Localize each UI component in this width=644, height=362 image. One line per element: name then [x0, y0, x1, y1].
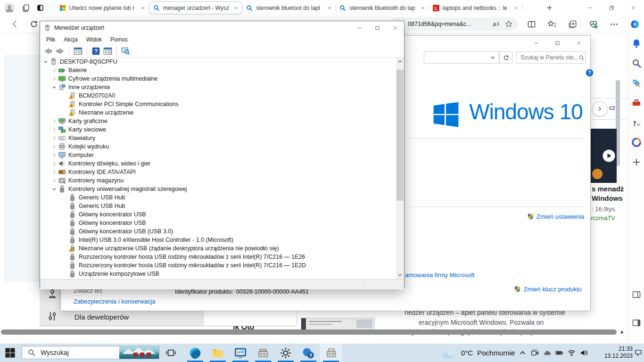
device-tree-row[interactable]: Kontroler PCI Simple Communications: [40, 100, 404, 108]
browser-restore-button[interactable]: [601, 0, 622, 16]
device-tree-row[interactable]: Kolejki wydruku: [40, 142, 404, 151]
tree-expander-icon[interactable]: [61, 100, 68, 108]
play-button-icon[interactable]: [603, 149, 615, 162]
change-product-key-link[interactable]: Zmień klucz produktu: [514, 286, 582, 293]
properties-icon[interactable]: [103, 47, 112, 56]
copilot-icon[interactable]: [630, 20, 639, 29]
scan-hardware-changes-icon[interactable]: [121, 47, 130, 56]
weather-widget[interactable]: 0°C Pochmurnie: [442, 345, 515, 361]
video-title-line2[interactable]: Windows: [592, 194, 623, 202]
sidebar-search-icon[interactable]: [632, 58, 641, 68]
device-tree-row[interactable]: Kontrolery uniwersalnej magistrali szere…: [40, 185, 404, 193]
read-aloud-icon[interactable]: A: [492, 20, 499, 28]
system-close-button[interactable]: [568, 37, 589, 49]
system-maximize-button[interactable]: [547, 37, 568, 49]
device-manager-titlebar[interactable]: Menedżer urządzeń: [40, 21, 404, 34]
system-minimize-button[interactable]: [526, 37, 547, 49]
new-tab-button[interactable]: [546, 4, 553, 11]
device-tree-row[interactable]: Generic USB Hub: [40, 193, 404, 202]
tools-toolbox-icon[interactable]: [632, 98, 641, 107]
tree-expander-icon[interactable]: [50, 117, 58, 125]
menu-view[interactable]: Widok: [82, 36, 106, 43]
taskbar-clock[interactable]: 21:33 13.12.2023: [592, 346, 633, 360]
sidebar-layout-icon[interactable]: [632, 318, 641, 328]
device-tree-row[interactable]: Kontrolery magazynu: [40, 176, 404, 185]
device-tree-row[interactable]: Generic USB Hub: [40, 202, 404, 210]
tree-expander-icon[interactable]: [61, 109, 68, 116]
tree-expander-icon[interactable]: [50, 160, 58, 167]
video-title-line1[interactable]: s menadż: [592, 185, 624, 193]
device-tree-row[interactable]: Rozszerzony kontroler hosta USB rodziny …: [40, 253, 404, 261]
menu-action[interactable]: Akcja: [59, 36, 82, 43]
tree-expander-icon[interactable]: [61, 270, 68, 278]
workspaces-icon[interactable]: [22, 4, 30, 12]
device-tree-row[interactable]: DESKTOP-8QSCPFU: [40, 58, 404, 66]
taskbar-app-get-help[interactable]: ?: [297, 344, 320, 362]
tree-expander-icon[interactable]: [50, 75, 58, 82]
tree-scrollbar[interactable]: [396, 58, 404, 279]
battery-icon[interactable]: [555, 349, 563, 357]
tree-expander-icon[interactable]: [61, 236, 68, 244]
taskbar-app-device[interactable]: [252, 344, 274, 362]
device-tree-row[interactable]: Kontrolery IDE ATA/ATAPI: [40, 168, 404, 176]
scroll-up-arrow-icon[interactable]: [396, 58, 404, 66]
refresh-icon[interactable]: [30, 20, 38, 28]
microsoft-365-icon[interactable]: [632, 138, 641, 147]
device-tree-row[interactable]: Rozszerzony kontroler hosta USB rodziny …: [40, 261, 404, 270]
device-tree-row[interactable]: Główny koncentrator USB (USB 3.0): [40, 227, 404, 236]
video-thumbnail[interactable]: [591, 129, 617, 183]
taskbar-app-device-manager[interactable]: [320, 344, 342, 362]
tree-expander-icon[interactable]: [50, 83, 58, 91]
bing-daily-image[interactable]: [119, 346, 159, 359]
show-console-tree-icon[interactable]: [74, 47, 83, 56]
device-tree-row[interactable]: BCM20702A0: [40, 91, 404, 100]
help-icon[interactable]: ?: [91, 47, 100, 56]
device-tree-row[interactable]: Kontrolery dźwięku, wideo i gier: [40, 159, 404, 168]
address-breadcrumb-bar[interactable]: [424, 51, 499, 64]
device-tree-row[interactable]: Główny koncentrator USB: [40, 219, 404, 227]
taskbar-search-box[interactable]: Wyszukaj: [22, 346, 159, 359]
tab-close-icon[interactable]: [327, 6, 332, 10]
control-panel-search-box[interactable]: Szukaj w Panelu ste...: [516, 51, 586, 64]
device-tree-row[interactable]: Baterie: [40, 66, 404, 74]
tree-expander-icon[interactable]: [61, 211, 68, 218]
taskbar-app-control-panel[interactable]: [229, 344, 252, 362]
volume-icon[interactable]: [580, 349, 588, 357]
taskbar-app-edge[interactable]: [184, 344, 206, 362]
tab-close-icon[interactable]: [514, 6, 519, 10]
tab-lenovo[interactable]: L laptops and netbooks :: le: [429, 1, 522, 14]
tree-expander-icon[interactable]: [61, 194, 68, 201]
device-tree-row[interactable]: Nieznane urządzenie USB (żądanie deskryp…: [40, 244, 404, 253]
device-tree-row[interactable]: Nieznane urządzenie: [40, 108, 404, 117]
scrollbar-thumb[interactable]: [396, 70, 404, 201]
start-button[interactable]: [5, 347, 16, 358]
tree-expander-icon[interactable]: [50, 177, 58, 184]
device-tree-row[interactable]: Cyfrowe urządzenia multimedialne: [40, 74, 404, 83]
scroll-right-arrow-icon[interactable]: [620, 330, 625, 335]
forward-icon[interactable]: [56, 47, 65, 56]
profile-avatar[interactable]: [4, 2, 15, 14]
action-center-icon[interactable]: [635, 349, 642, 356]
games-chess-icon[interactable]: [632, 118, 641, 127]
tree-expander-icon[interactable]: [61, 262, 68, 269]
tree-expander-icon[interactable]: [61, 253, 68, 261]
meet-now-icon[interactable]: [531, 349, 539, 357]
tree-expander-icon[interactable]: [50, 168, 58, 176]
onedrive-icon[interactable]: [543, 349, 551, 357]
tab-bluetooth-driver-2[interactable]: sterownik bluetooth do lap: [336, 1, 429, 14]
taskbar-app-settings[interactable]: [274, 344, 297, 362]
devmgr-close-button[interactable]: [386, 21, 404, 34]
tab-close-icon[interactable]: [140, 6, 145, 10]
tree-expander-icon[interactable]: [50, 134, 58, 142]
tree-expander-icon[interactable]: [50, 126, 58, 133]
tree-expander-icon[interactable]: [61, 92, 68, 99]
browser-close-button[interactable]: [622, 0, 644, 16]
shopping-tag-icon[interactable]: [632, 78, 641, 88]
change-settings-link[interactable]: Zmień ustawienia: [527, 213, 584, 220]
device-tree-row[interactable]: Komputer: [40, 151, 404, 159]
favorites-icon[interactable]: [547, 20, 556, 29]
address-bar[interactable]: 0871d56&pq=mena&c... A: [391, 18, 518, 30]
favorite-star-icon[interactable]: [505, 20, 512, 28]
tab-device-manager-search[interactable]: menager urzadzeń - Wysz: [149, 1, 242, 14]
settings-menu-icon[interactable]: [610, 20, 619, 29]
